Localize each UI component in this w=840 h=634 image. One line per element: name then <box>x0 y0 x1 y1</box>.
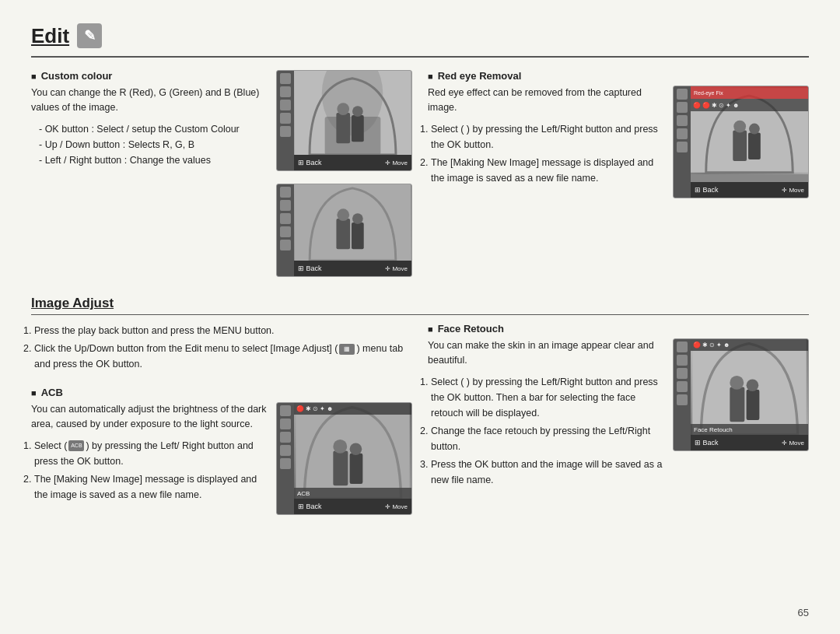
red-eye-section: Red eye Removal Red eye effect can be re… <box>428 70 809 283</box>
cam-photo-acb: 🔴 ✱ ⊙ ✦ ☻ ACB <box>294 403 411 499</box>
page: Edit Custom colour You can change the R … <box>0 0 840 634</box>
edit-icon <box>77 23 102 48</box>
cam-bottom-bar-2: ⊞ Back ✛ Move <box>294 261 411 276</box>
acb-text: You can automatically adjust the brightn… <box>31 402 268 515</box>
red-eye-para: Red eye effect can be removed from the c… <box>428 86 665 115</box>
cam-photo <box>294 71 411 155</box>
bullet-3: - Left / Right button : Change the value… <box>39 152 268 168</box>
acb-step-2: The [Making New Image] message is displa… <box>34 471 268 503</box>
back-label-2: ⊞ Back <box>298 264 322 272</box>
svg-rect-5 <box>352 115 364 142</box>
face-icons-row: 🔴 ✱ ⊙ ✦ ☻ <box>691 339 808 351</box>
svg-rect-7 <box>295 184 411 261</box>
svg-rect-13 <box>733 131 747 161</box>
acb-label: ACB <box>294 488 411 499</box>
red-eye-heading: Red eye Removal <box>428 70 809 82</box>
cam-icons-acb: 🔴 ✱ ⊙ ✦ ☻ <box>294 403 411 415</box>
page-title: Edit <box>31 23 809 48</box>
svg-point-9 <box>337 208 349 221</box>
camera-screenshot-1: ⊞ Back ✛ Move <box>276 70 412 171</box>
red-eye-fix-label: Red-eye Fix <box>691 86 808 99</box>
red-eye-steps: Select ( ) by pressing the Left/Right bu… <box>431 121 665 186</box>
face-retouch-heading: Face Retouch <box>428 323 809 335</box>
cam-toolbar-face <box>674 339 691 450</box>
svg-point-26 <box>747 379 759 391</box>
back-label: ⊞ Back <box>298 159 322 166</box>
svg-rect-3 <box>336 113 350 143</box>
red-eye-step-1: Select ( ) by pressing the Left/Right bu… <box>431 121 665 152</box>
face-images: 🔴 ✱ ⊙ ✦ ☻ Face Retouch <box>673 338 809 492</box>
custom-colour-bullets: - OK button : Select / setup the Custom … <box>39 121 268 168</box>
ia-step-2: Click the Up/Down button from the Edit m… <box>34 341 412 372</box>
camera-screenshot-2: ⊞ Back ✛ Move <box>276 184 412 277</box>
svg-rect-23 <box>730 387 744 422</box>
move-label-2: ✛ Move <box>385 265 408 272</box>
custom-colour-images: ⊞ Back ✛ Move <box>276 70 412 277</box>
lower-content: Press the play back button and press the… <box>31 323 809 515</box>
cam-photo-face: 🔴 ✱ ⊙ ✦ ☻ Face Retouch <box>691 339 808 435</box>
bullet-2: - Up / Down button : Selects R, G, B <box>39 137 268 152</box>
face-text: You can make the skin in an image appear… <box>428 338 665 492</box>
cam-bottom-bar-face: ⊞ Back ✛ Move <box>691 435 808 450</box>
image-adjust-steps: Press the play back button and press the… <box>34 323 412 374</box>
svg-rect-8 <box>336 219 350 249</box>
title-text: Edit <box>31 24 69 48</box>
red-eye-step-2: The [Making New Image] message is displa… <box>431 155 665 186</box>
cam-icons-row: 🔴🔴✱⊙✦☻ <box>691 99 808 111</box>
svg-point-6 <box>352 106 363 117</box>
face-step-3: Press the OK button and the image will b… <box>431 457 665 488</box>
acb-heading: ACB <box>31 387 412 398</box>
camera-screenshot-acb: 🔴 ✱ ⊙ ✦ ☻ ACB <box>276 402 412 515</box>
left-lower-section: Press the play back button and press the… <box>31 323 412 515</box>
face-step-2: Change the face retouch by pressing the … <box>431 423 665 454</box>
cam-toolbar-acb <box>277 403 294 514</box>
red-eye-block: Red eye effect can be removed from the c… <box>428 86 809 198</box>
svg-point-19 <box>333 440 347 454</box>
svg-point-4 <box>337 103 349 115</box>
custom-colour-text: Custom colour You can change the R (Red)… <box>31 70 268 277</box>
svg-rect-10 <box>352 222 364 249</box>
cam-photo-2 <box>294 184 411 261</box>
face-steps: Select ( ) by pressing the Left/Right bu… <box>431 374 665 488</box>
svg-rect-15 <box>748 132 761 159</box>
acb-images: 🔴 ✱ ⊙ ✦ ☻ ACB <box>276 402 412 515</box>
cam-bottom-bar-redeye: ⊞ Back ✛ Move <box>691 182 808 198</box>
red-eye-images: 🔴🔴✱⊙✦☻ Red-eye Fix ⊞ Back ✛ Move <box>673 86 809 198</box>
face-block: You can make the skin in an image appear… <box>428 338 809 492</box>
acb-section: ACB You can automatically adjust the bri… <box>31 387 412 515</box>
svg-rect-20 <box>350 454 363 484</box>
face-retouch-section: Face Retouch You can make the skin in an… <box>428 323 809 515</box>
image-adjust-title: Image Adjust <box>31 296 809 311</box>
custom-colour-para: You can change the R (Red), G (Green) an… <box>31 86 268 115</box>
cam-bottom-bar-1: ⊞ Back ✛ Move <box>294 155 411 170</box>
acb-icon: ACB <box>68 440 84 451</box>
svg-rect-18 <box>333 451 348 486</box>
cam-toolbar <box>277 71 294 170</box>
acb-para: You can automatically adjust the brightn… <box>31 402 268 432</box>
custom-colour-block: Custom colour You can change the R (Red)… <box>31 70 412 277</box>
svg-point-11 <box>352 213 363 224</box>
svg-point-21 <box>350 443 362 455</box>
title-divider <box>31 56 809 58</box>
top-content: Custom colour You can change the R (Red)… <box>31 70 809 283</box>
acb-step-1: Select (ACB) by pressing the Left/ Right… <box>34 438 268 469</box>
camera-screenshot-redeye: 🔴🔴✱⊙✦☻ Red-eye Fix ⊞ Back ✛ Move <box>673 86 809 198</box>
cam-toolbar-redeye <box>674 86 691 198</box>
cam-bottom-bar-acb: ⊞ Back ✛ Move <box>294 499 411 514</box>
face-para: You can make the skin in an image appear… <box>428 338 665 368</box>
custom-colour-heading: Custom colour <box>31 70 268 82</box>
custom-colour-section: Custom colour You can change the R (Red)… <box>31 70 412 283</box>
svg-point-14 <box>733 121 746 133</box>
svg-rect-25 <box>747 390 760 420</box>
svg-point-24 <box>730 376 744 390</box>
ia-step-1: Press the play back button and press the… <box>34 323 412 338</box>
face-step-1: Select ( ) by pressing the Left/Right bu… <box>431 374 665 421</box>
move-label: ✛ Move <box>385 159 408 166</box>
bullet-1: - OK button : Select / setup the Custom … <box>39 121 268 137</box>
cam-toolbar-2 <box>277 184 294 276</box>
acb-block: You can automatically adjust the brightn… <box>31 402 412 515</box>
section-divider <box>31 314 809 315</box>
page-number: 65 <box>798 607 809 618</box>
acb-steps: Select (ACB) by pressing the Left/ Right… <box>34 438 268 503</box>
face-retouch-label: Face Retouch <box>691 424 808 435</box>
